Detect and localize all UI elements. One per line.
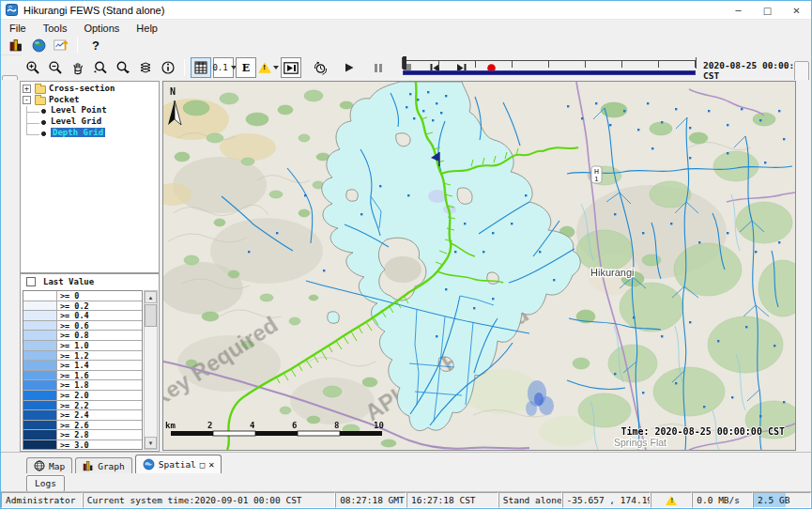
- legend-swatch: [23, 391, 57, 400]
- timeline-slider[interactable]: [400, 56, 698, 77]
- menu-options[interactable]: Options: [75, 22, 128, 35]
- status-system-time: Current system time:2020-09-01 00:00 CST: [83, 492, 335, 508]
- logs-button[interactable]: Logs: [26, 475, 65, 492]
- minimize-button[interactable]: ─: [724, 1, 753, 20]
- menu-bar: File Tools Options Help: [1, 20, 811, 36]
- legend-label: >= 3.0: [57, 440, 142, 450]
- legend-label: >= 2.4: [57, 410, 142, 420]
- svg-text:6: 6: [292, 421, 297, 430]
- tree-item-depth-grid[interactable]: Depth Grid: [51, 128, 105, 137]
- map-svg: API Key Required API Key Required: [163, 82, 795, 450]
- tree-connector: [26, 134, 39, 135]
- scrollbar-thumb[interactable]: [145, 304, 157, 327]
- menu-help[interactable]: Help: [128, 22, 166, 35]
- info-button[interactable]: [158, 57, 178, 78]
- close-button[interactable]: ✕: [782, 1, 811, 20]
- menu-file[interactable]: File: [1, 22, 35, 35]
- grid-threshold-value: 0.1: [212, 63, 227, 72]
- map-time-label: Time: 2020-08-25 00:00:00 CST: [620, 426, 785, 437]
- zoom-in-icon: [25, 60, 40, 75]
- globe-icon: [32, 39, 46, 53]
- main-toolbar: ?: [1, 36, 811, 54]
- tab-graph[interactable]: Graph: [75, 457, 132, 473]
- legend-label: >= 0.4: [57, 311, 142, 320]
- tab-map[interactable]: Map: [26, 457, 72, 473]
- town-label: Hikurangi: [590, 267, 634, 278]
- tab-maximize-icon[interactable]: □: [200, 460, 205, 470]
- play-icon: [344, 62, 355, 73]
- legend-row: >= 0.2: [23, 301, 142, 312]
- database-bars-icon: [9, 39, 23, 52]
- zoom-next-icon: [115, 60, 130, 75]
- warning-triangle-icon: [258, 62, 271, 73]
- legend-swatch: [23, 421, 57, 430]
- tree-expander[interactable]: +: [23, 85, 31, 93]
- status-gmt-time: 08:27:18 GMT: [335, 492, 406, 508]
- legend-swatch: [23, 351, 57, 361]
- last-value-checkbox[interactable]: [26, 277, 36, 286]
- legend-table: >= 0>= 0.2>= 0.4>= 0.6>= 0.8>= 1.0>= 1.2…: [23, 290, 143, 450]
- info-icon: [161, 60, 176, 75]
- folder-icon: [35, 97, 46, 105]
- timeline-thumb[interactable]: [403, 56, 406, 69]
- svg-text:1: 1: [595, 176, 599, 182]
- map-display-button[interactable]: [28, 35, 49, 55]
- scale-editor-label: E: [242, 62, 250, 74]
- status-warning[interactable]: [651, 492, 692, 508]
- layers-button[interactable]: [135, 57, 156, 78]
- chevron-down-icon: [273, 66, 279, 69]
- map-canvas[interactable]: API Key Required API Key Required: [162, 81, 796, 451]
- tree-item-cross-section[interactable]: Cross-section: [49, 84, 115, 93]
- tree-expander[interactable]: -: [23, 96, 31, 104]
- zoom-next-button[interactable]: [113, 57, 133, 78]
- legend-row: >= 0.6: [23, 321, 142, 332]
- timeline-ticks: [402, 60, 697, 68]
- thresholds-dropdown[interactable]: [258, 57, 279, 78]
- tree-item-level-point[interactable]: Level Point: [51, 105, 107, 115]
- place-label: Springs Flat: [614, 437, 666, 448]
- legend-row: >= 1.4: [23, 361, 142, 371]
- legend-scrollbar[interactable]: ▲ ▼: [144, 290, 158, 450]
- tree-item-level-grid[interactable]: Level Grid: [51, 116, 101, 126]
- tree-connector: [26, 123, 39, 124]
- scroll-up-icon[interactable]: ▲: [145, 291, 157, 303]
- play-button[interactable]: [339, 57, 360, 78]
- folder-icon: [35, 85, 46, 94]
- scale-editor-button[interactable]: E: [236, 57, 256, 78]
- help-button[interactable]: ?: [92, 39, 100, 53]
- layer-bullet-icon: [41, 131, 46, 136]
- zoom-in-button[interactable]: [23, 57, 43, 78]
- pan-button[interactable]: [68, 57, 88, 78]
- tab-close-icon[interactable]: ✕: [208, 459, 214, 470]
- zoom-out-button[interactable]: [45, 57, 66, 78]
- maximize-button[interactable]: □: [753, 1, 782, 20]
- legend-label: >= 0.8: [57, 331, 142, 340]
- tree-item-pocket[interactable]: Pocket: [49, 95, 80, 104]
- grid-threshold-dropdown[interactable]: 0.1: [213, 57, 234, 78]
- legend-label: >= 0: [57, 291, 142, 301]
- timeline-end-cap: [696, 57, 697, 69]
- timeseries-dialog-button[interactable]: [51, 35, 71, 55]
- legend-row: >= 1.8: [23, 380, 142, 391]
- menu-tools[interactable]: Tools: [35, 22, 76, 35]
- scroll-down-icon[interactable]: ▼: [145, 437, 157, 449]
- layer-bullet-icon: [41, 120, 46, 125]
- pause-icon: [374, 63, 383, 73]
- database-viewer-button[interactable]: [6, 35, 26, 55]
- legend-panel: Last Value >= 0>= 0.2>= 0.4>= 0.6>= 0.8>…: [20, 273, 160, 452]
- title-bar[interactable]: Hikurangi FEWS (Stand alone) ─ □ ✕: [1, 1, 811, 20]
- pause-button[interactable]: [368, 57, 389, 78]
- legend-label: >= 2.8: [57, 430, 142, 440]
- legend-swatch: [23, 371, 57, 380]
- legend-row: >= 0.8: [23, 331, 142, 341]
- toolbar-separator: [184, 59, 185, 76]
- legend-row: >= 3.0: [23, 440, 142, 450]
- warning-triangle-icon: [666, 496, 677, 505]
- pan-hand-icon: [70, 60, 85, 75]
- movie-player-icon: [283, 62, 299, 74]
- zoom-previous-button[interactable]: [90, 57, 111, 78]
- animation-button[interactable]: [281, 57, 301, 78]
- run-animation-settings-button[interactable]: [310, 57, 330, 78]
- tab-spatial[interactable]: Spatial □ ✕: [135, 455, 222, 473]
- grid-display-button[interactable]: [191, 57, 211, 78]
